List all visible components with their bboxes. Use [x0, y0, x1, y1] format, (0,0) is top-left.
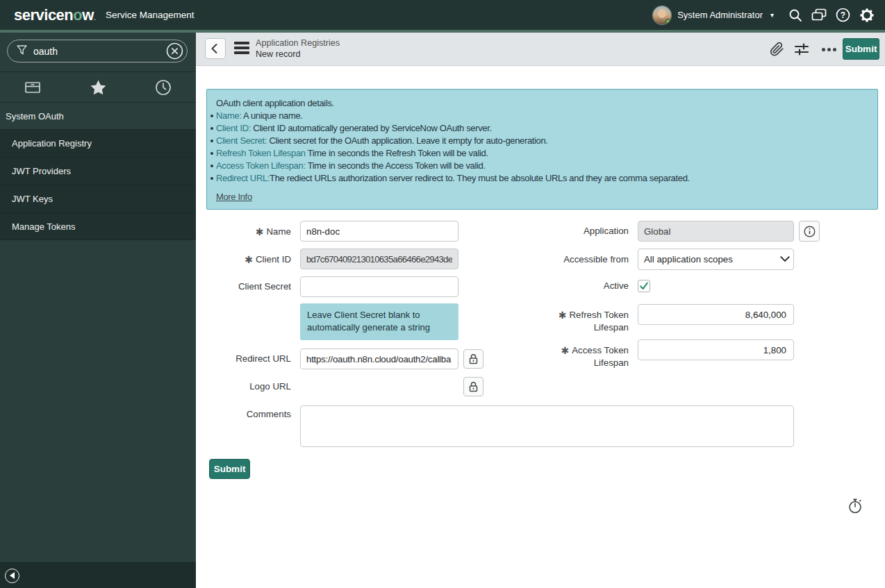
star-icon	[90, 79, 107, 96]
sidebar-footer	[0, 562, 196, 588]
presence-dot-icon	[665, 19, 671, 24]
form-context-menu-icon[interactable]	[234, 42, 249, 56]
user-menu[interactable]: System Administrator ▾	[653, 0, 774, 30]
bullet-icon	[210, 177, 213, 180]
search-icon[interactable]	[786, 0, 804, 30]
tab-favorites[interactable]	[65, 72, 131, 102]
record-toolbar: Application Registries New record Submit	[196, 33, 885, 66]
clock-icon	[155, 79, 172, 96]
application-info-button[interactable]	[799, 221, 820, 242]
sidebar-menu: System OAuth Application Registry JWT Pr…	[0, 102, 196, 240]
app-header: servicenow. Service Management System Ad…	[0, 0, 885, 30]
required-icon: ✱	[559, 310, 570, 321]
accessible-from-label: Accessible from	[518, 249, 629, 270]
bullet-icon	[210, 165, 213, 167]
redirect-url-label: Redirect URL	[206, 348, 291, 369]
redirect-url-lock-button[interactable]	[463, 349, 483, 369]
more-options-icon[interactable]	[818, 41, 839, 58]
user-name: System Administrator	[677, 10, 763, 20]
oauth-info-box: OAuth client application details. Name: …	[206, 89, 878, 210]
filter-navigator-input[interactable]	[27, 46, 166, 57]
info-item: Client Secret: Client secret for the OAu…	[216, 135, 868, 147]
comments-label: Comments	[206, 405, 291, 423]
chevron-down-icon: ▾	[769, 11, 774, 19]
servicenow-logo[interactable]: servicenow.	[14, 0, 95, 30]
client-secret-input[interactable]	[300, 276, 458, 297]
lock-icon	[468, 381, 479, 392]
collapse-sidebar-icon[interactable]	[5, 569, 19, 583]
logo-url-lock-button[interactable]	[463, 377, 483, 396]
comments-textarea[interactable]	[300, 405, 794, 447]
active-label: Active	[518, 280, 629, 292]
application-label: Application	[518, 221, 629, 242]
client-secret-note: Leave Client Secret blank to automatical…	[300, 303, 458, 340]
sidebar-item-jwt-keys[interactable]: JWT Keys	[0, 185, 196, 212]
required-icon: ✱	[561, 345, 572, 356]
name-label: ✱Name	[206, 221, 291, 242]
help-icon[interactable]: ?	[834, 0, 852, 30]
info-item: Access Token Lifespan: Time in seconds t…	[216, 160, 868, 172]
more-info-link[interactable]: More Info	[216, 191, 252, 203]
avatar	[653, 6, 671, 24]
product-name: Service Management	[106, 0, 195, 30]
bullet-icon	[210, 127, 213, 130]
name-input[interactable]	[300, 221, 458, 242]
accessible-from-select[interactable]: All application scopes	[638, 249, 794, 270]
tab-all-applications[interactable]	[0, 72, 65, 102]
sidebar-filter[interactable]	[7, 40, 188, 62]
funnel-icon	[17, 45, 27, 57]
record-title: Application Registries New record	[256, 37, 340, 60]
tab-history[interactable]	[131, 72, 196, 102]
bullet-icon	[210, 152, 213, 155]
info-circle-icon	[804, 226, 816, 237]
gear-icon[interactable]	[858, 0, 876, 30]
connect-chat-icon[interactable]	[810, 0, 828, 30]
archive-box-icon	[24, 80, 41, 95]
application-input	[638, 221, 794, 242]
active-checkbox[interactable]	[638, 280, 650, 292]
sidebar-tabs	[0, 72, 196, 102]
redirect-url-input[interactable]	[300, 348, 458, 369]
attachment-paperclip-icon[interactable]	[768, 41, 785, 58]
required-icon: ✱	[245, 254, 256, 265]
info-item: Client ID: Client ID automatically gener…	[216, 122, 868, 135]
access-token-lifespan-input[interactable]	[638, 339, 794, 360]
record-title-table: Application Registries	[256, 37, 340, 49]
record-title-record: New record	[256, 49, 340, 60]
info-item: Name: A unique name.	[216, 110, 868, 122]
logo-url-label: Logo URL	[206, 376, 291, 397]
required-icon: ✱	[256, 226, 267, 237]
personal-timer-icon[interactable]	[847, 498, 863, 514]
personalize-form-sliders-icon[interactable]	[793, 41, 810, 58]
clear-filter-icon[interactable]	[166, 42, 183, 60]
client-id-label: ✱Client ID	[206, 249, 291, 270]
sidebar-item-manage-tokens[interactable]: Manage Tokens	[0, 212, 196, 240]
avatar-face	[658, 9, 666, 18]
svg-text:?: ?	[840, 10, 845, 20]
sidebar-section-system-oauth[interactable]: System OAuth	[0, 102, 196, 129]
bullet-icon	[210, 115, 213, 117]
sidebar: System OAuth Application Registry JWT Pr…	[0, 33, 196, 588]
submit-button-form[interactable]: Submit	[209, 459, 250, 479]
access-token-lifespan-label: ✱Access TokenLifespan	[518, 344, 629, 369]
info-title: OAuth client application details.	[216, 97, 868, 110]
sidebar-item-application-registry[interactable]: Application Registry	[0, 129, 196, 157]
refresh-token-lifespan-input[interactable]	[638, 304, 794, 325]
lock-icon	[468, 353, 479, 364]
chevron-left-icon	[208, 41, 223, 56]
logo-o-icon: o	[73, 6, 82, 24]
submit-button-header[interactable]: Submit	[843, 38, 879, 60]
bullet-icon	[210, 140, 213, 142]
info-item: Refresh Token Lifespan Time in seconds t…	[216, 147, 868, 160]
client-id-input	[300, 249, 458, 269]
sidebar-item-jwt-providers[interactable]: JWT Providers	[0, 157, 196, 185]
client-secret-label: Client Secret	[206, 276, 291, 297]
refresh-token-lifespan-label: ✱Refresh TokenLifespan	[518, 308, 629, 334]
back-button[interactable]	[205, 38, 226, 59]
info-item: Redirect URL:The rediect URLs authorizat…	[216, 172, 868, 185]
check-icon	[639, 281, 649, 291]
